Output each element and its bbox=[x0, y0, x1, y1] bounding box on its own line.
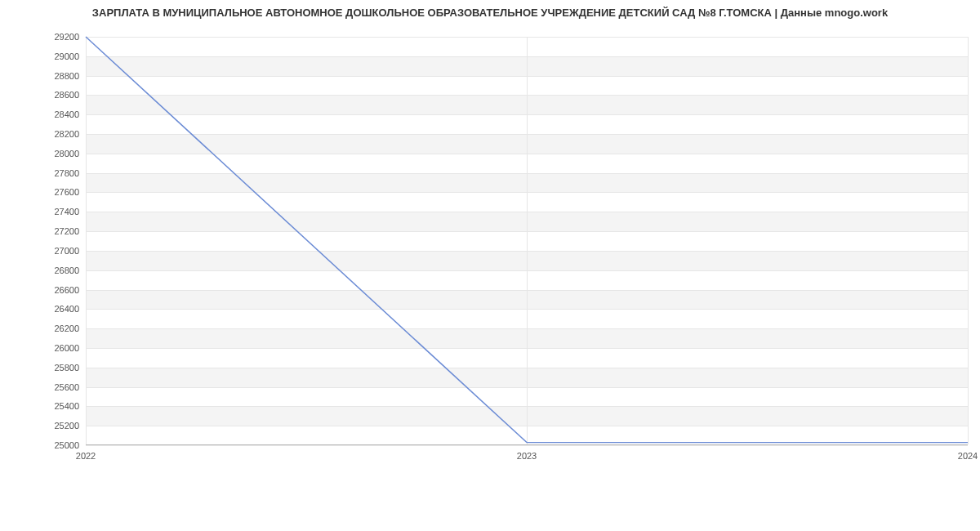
y-tick-label: 25200 bbox=[54, 421, 79, 431]
line-layer bbox=[86, 37, 968, 444]
y-tick-label: 27000 bbox=[54, 246, 79, 256]
y-tick-label: 27600 bbox=[54, 187, 79, 197]
y-tick-label: 26000 bbox=[54, 343, 79, 353]
y-tick-label: 28000 bbox=[54, 149, 79, 158]
y-tick-label: 28400 bbox=[54, 109, 79, 119]
y-tick-label: 28800 bbox=[54, 71, 79, 81]
x-tick-label: 2023 bbox=[517, 451, 537, 461]
y-tick-label: 28600 bbox=[54, 90, 79, 100]
gridline-vertical bbox=[968, 37, 969, 444]
y-tick-label: 25000 bbox=[54, 440, 79, 450]
y-tick-label: 25400 bbox=[54, 401, 79, 411]
chart-container: ЗАРПЛАТА В МУНИЦИПАЛЬНОЕ АВТОНОМНОЕ ДОШК… bbox=[0, 0, 980, 531]
y-tick-label: 26800 bbox=[54, 266, 79, 275]
y-tick-label: 26600 bbox=[54, 285, 79, 295]
plot-area: 2500025200254002560025800260002620026400… bbox=[86, 37, 968, 445]
y-tick-label: 27800 bbox=[54, 168, 79, 178]
y-tick-label: 28200 bbox=[54, 129, 79, 139]
y-tick-label: 26200 bbox=[54, 324, 79, 333]
x-tick-label: 2024 bbox=[958, 451, 978, 461]
y-tick-label: 27200 bbox=[54, 226, 79, 236]
y-tick-label: 25600 bbox=[54, 382, 79, 392]
series-line bbox=[86, 37, 968, 443]
x-tick-label: 2022 bbox=[76, 451, 96, 461]
y-tick-label: 29200 bbox=[54, 32, 79, 42]
y-tick-label: 29000 bbox=[54, 51, 79, 61]
y-tick-label: 27400 bbox=[54, 207, 79, 216]
y-tick-label: 26400 bbox=[54, 304, 79, 314]
chart-title: ЗАРПЛАТА В МУНИЦИПАЛЬНОЕ АВТОНОМНОЕ ДОШК… bbox=[0, 7, 980, 19]
gridline-horizontal bbox=[86, 445, 968, 446]
y-tick-label: 25800 bbox=[54, 363, 79, 373]
